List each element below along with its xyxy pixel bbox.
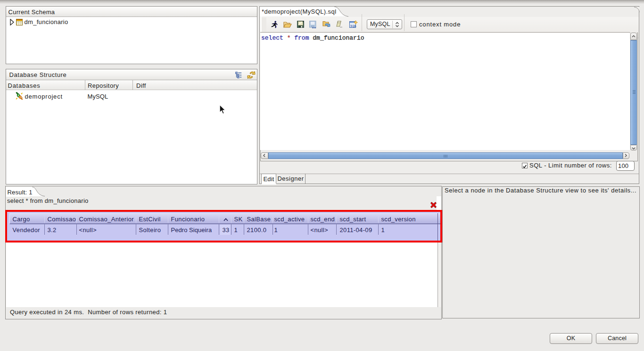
svg-text:SQL: SQL — [351, 25, 357, 27]
